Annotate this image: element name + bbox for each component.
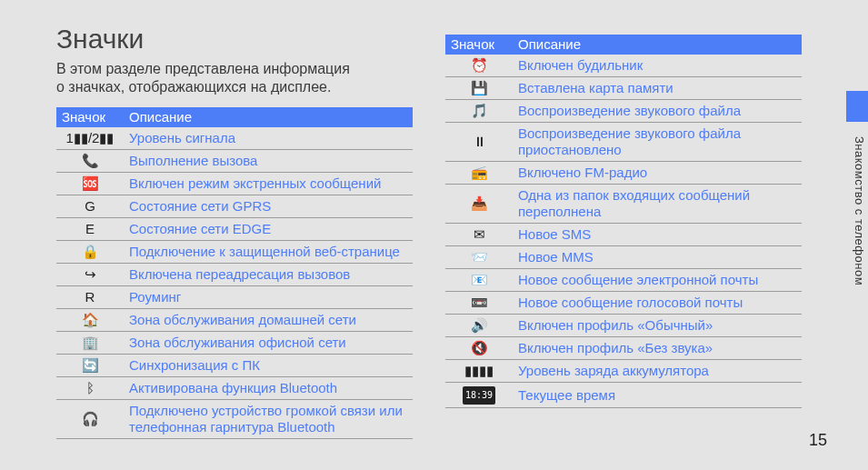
table-row: 🔄Синхронизация с ПК	[56, 355, 413, 377]
page-title: Значки	[56, 24, 144, 55]
icon-description: Текущее время	[513, 383, 802, 408]
edge-icon: E	[56, 218, 124, 241]
table-row: 🔊Включен профиль «Обычный»	[445, 315, 802, 337]
icon-description: Состояние сети GPRS	[124, 195, 413, 218]
office-icon: 🏢	[56, 332, 124, 355]
icon-description: Выполнение вызова	[124, 150, 413, 173]
call-fwd-icon: ↪	[56, 264, 124, 286]
header-icon: Значок	[445, 35, 513, 55]
icon-description: Включен профиль «Обычный»	[513, 315, 802, 337]
side-tab-marker	[846, 91, 868, 122]
gprs-icon: G	[56, 195, 124, 218]
intro-text: В этом разделе представлена информация о…	[56, 60, 420, 96]
icon-description: Новое MMS	[513, 246, 802, 269]
sos-icon: 🆘	[56, 173, 124, 195]
table-row: 🔒Подключение к защищенной веб-странице	[56, 241, 413, 264]
manual-page: Значки В этом разделе представлена инфор…	[0, 0, 868, 470]
home-icon: 🏠	[56, 309, 124, 332]
audio-pause-icon: ⏸	[445, 123, 513, 162]
table-row: 🔇Включен профиль «Без звука»	[445, 337, 802, 360]
table-row: 📞Выполнение вызова	[56, 150, 413, 173]
table-row: ▮▮▮▮Уровень заряда аккумулятора	[445, 360, 802, 383]
icon-description: Включена переадресация вызовов	[124, 264, 413, 286]
voicemail-icon: 📼	[445, 292, 513, 315]
icon-description: Включен режим экстренных сообщений	[124, 173, 413, 195]
bt-audio-icon: 🎧	[56, 400, 124, 439]
icon-description: Включено FM-радио	[513, 162, 802, 185]
table-row: 18:39Текущее время	[445, 383, 802, 408]
icon-description: Уровень заряда аккумулятора	[513, 360, 802, 383]
icon-description: Новое сообщение голосовой почты	[513, 292, 802, 315]
alarm-icon: ⏰	[445, 55, 513, 77]
email-icon: 📧	[445, 269, 513, 292]
table-row: GСостояние сети GPRS	[56, 195, 413, 218]
normal-prof-icon: 🔊	[445, 315, 513, 337]
table-row: 🎵Воспроизведение звукового файла	[445, 100, 802, 123]
roaming-icon: R	[56, 286, 124, 309]
table-row: 🏢Зона обслуживания офисной сети	[56, 332, 413, 355]
table-row: 📼Новое сообщение голосовой почты	[445, 292, 802, 315]
table-row: ⏰Включен будильник	[445, 55, 802, 77]
bluetooth-icon: ᛒ	[56, 377, 124, 400]
secure-web-icon: 🔒	[56, 241, 124, 264]
icon-description: Воспроизведение звукового файла	[513, 100, 802, 123]
table-row: ᛒАктивирована функция Bluetooth	[56, 377, 413, 400]
table-row: ⏸Воспроизведение звукового файла приоста…	[445, 123, 802, 162]
icon-description: Синхронизация с ПК	[124, 355, 413, 377]
audio-play-icon: 🎵	[445, 100, 513, 123]
icon-description: Подключение к защищенной веб-странице	[124, 241, 413, 264]
table-row: 💾Вставлена карта памяти	[445, 77, 802, 100]
call-icon: 📞	[56, 150, 124, 173]
table-row: 📨Новое MMS	[445, 246, 802, 269]
page-number: 15	[809, 431, 827, 450]
header-desc: Описание	[124, 107, 413, 127]
sync-icon: 🔄	[56, 355, 124, 377]
battery-icon: ▮▮▮▮	[445, 360, 513, 383]
table-row: 🏠Зона обслуживания домашней сети	[56, 309, 413, 332]
table-row: 📻Включено FM-радио	[445, 162, 802, 185]
fm-radio-icon: 📻	[445, 162, 513, 185]
table-row: ↪Включена переадресация вызовов	[56, 264, 413, 286]
icon-description: Одна из папок входящих сообщений перепол…	[513, 185, 802, 224]
icon-description: Зона обслуживания домашней сети	[124, 309, 413, 332]
signal-icon: 1▮▮/2▮▮	[56, 127, 124, 150]
table-row: RРоуминг	[56, 286, 413, 309]
table-row: 🎧Подключено устройство громкой связи или…	[56, 400, 413, 439]
header-desc: Описание	[513, 35, 802, 55]
table-row: ✉Новое SMS	[445, 224, 802, 246]
table-row: 🆘Включен режим экстренных сообщений	[56, 173, 413, 195]
table-row: 1▮▮/2▮▮Уровень сигнала	[56, 127, 413, 150]
icon-description: Новое сообщение электронной почты	[513, 269, 802, 292]
mms-icon: 📨	[445, 246, 513, 269]
icon-description: Состояние сети EDGE	[124, 218, 413, 241]
icon-description: Подключено устройство громкой связи или …	[124, 400, 413, 439]
icon-description: Зона обслуживания офисной сети	[124, 332, 413, 355]
icon-description: Включен будильник	[513, 55, 802, 77]
silent-prof-icon: 🔇	[445, 337, 513, 360]
icon-description: Роуминг	[124, 286, 413, 309]
table-row: 📧Новое сообщение электронной почты	[445, 269, 802, 292]
icons-table-right: Значок Описание ⏰Включен будильник💾Встав…	[445, 35, 802, 408]
icons-table-left: Значок Описание 1▮▮/2▮▮Уровень сигнала📞В…	[56, 107, 413, 439]
sms-icon: ✉	[445, 224, 513, 246]
icon-description: Вставлена карта памяти	[513, 77, 802, 100]
icon-description: Активирована функция Bluetooth	[124, 377, 413, 400]
side-tab-label: Знакомство с телефоном	[848, 136, 866, 409]
table-row: 📥Одна из папок входящих сообщений перепо…	[445, 185, 802, 224]
sdcard-icon: 💾	[445, 77, 513, 100]
icon-description: Новое SMS	[513, 224, 802, 246]
icon-description: Воспроизведение звукового файла приостан…	[513, 123, 802, 162]
icon-description: Включен профиль «Без звука»	[513, 337, 802, 360]
inbox-full-icon: 📥	[445, 185, 513, 224]
clock-icon: 18:39	[445, 383, 513, 408]
icon-description: Уровень сигнала	[124, 127, 413, 150]
table-row: EСостояние сети EDGE	[56, 218, 413, 241]
header-icon: Значок	[56, 107, 124, 127]
